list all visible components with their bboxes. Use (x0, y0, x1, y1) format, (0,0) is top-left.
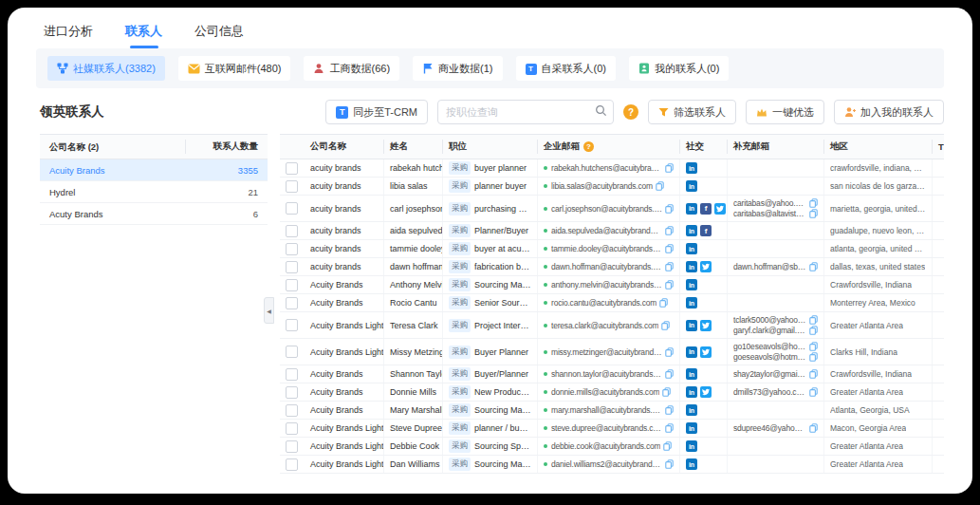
linkedin-icon[interactable]: in (686, 458, 697, 470)
org-chart-icon (57, 63, 68, 74)
row-checkbox[interactable] (286, 346, 298, 358)
copy-icon[interactable] (662, 387, 671, 397)
row-checkbox[interactable] (286, 202, 298, 215)
row-checkbox[interactable] (286, 458, 298, 471)
company-row[interactable]: Acuty Brands6 (40, 203, 268, 225)
twitter-icon[interactable] (700, 346, 712, 358)
copy-icon[interactable] (809, 342, 818, 351)
linkedin-icon[interactable]: in (686, 440, 697, 452)
row-checkbox[interactable] (286, 261, 298, 273)
company-row[interactable]: Hydrel21 (40, 181, 268, 203)
row-checkbox[interactable] (286, 243, 298, 255)
linkedin-icon[interactable]: in (686, 243, 697, 254)
copy-icon[interactable] (809, 352, 818, 362)
row-checkbox[interactable] (286, 162, 298, 175)
copy-icon[interactable] (665, 347, 674, 357)
row-checkbox[interactable] (286, 319, 298, 331)
copy-icon[interactable] (665, 226, 674, 235)
tab-contacts[interactable]: 联系人 (125, 23, 162, 48)
linkedin-icon[interactable]: in (686, 422, 697, 434)
copy-icon[interactable] (665, 369, 674, 379)
facebook-icon[interactable]: f (700, 203, 712, 215)
checkbox-cell (280, 240, 305, 257)
copy-icon[interactable] (809, 198, 818, 208)
row-checkbox[interactable] (286, 368, 298, 381)
copy-icon[interactable] (665, 204, 674, 214)
copy-icon[interactable] (665, 405, 674, 415)
company-cell: acuity brands (305, 159, 384, 177)
email-help-icon[interactable]: ? (583, 141, 594, 152)
search-input[interactable] (437, 100, 614, 124)
copy-icon[interactable] (809, 315, 818, 325)
verified-dot-icon (544, 184, 547, 188)
filter-chip-my-contacts[interactable]: 我的联系人(0) (629, 56, 729, 81)
copy-icon[interactable] (659, 298, 668, 308)
linkedin-icon[interactable]: in (686, 297, 697, 309)
linkedin-icon[interactable]: in (686, 404, 697, 416)
copy-icon[interactable] (665, 280, 674, 290)
filter-contacts-button[interactable]: 筛选联系人 (648, 100, 736, 124)
add-to-my-contacts-button[interactable]: 加入我的联系人 (834, 100, 944, 124)
tab-company-info[interactable]: 公司信息 (194, 23, 244, 48)
copy-icon[interactable] (809, 387, 818, 397)
row-checkbox[interactable] (286, 422, 298, 435)
filter-chip-commercial-data[interactable]: 商业数据(1) (413, 56, 502, 81)
copy-icon[interactable] (665, 244, 674, 253)
checkbox-cell (280, 365, 305, 383)
copy-icon[interactable] (809, 369, 818, 379)
linkedin-icon[interactable]: in (686, 261, 697, 272)
name-cell: Dan Williams (384, 456, 443, 473)
twitter-icon[interactable] (700, 386, 712, 398)
help-icon[interactable]: ? (623, 104, 638, 120)
linkedin-icon[interactable]: in (686, 180, 697, 192)
row-checkbox[interactable] (286, 225, 298, 237)
linkedin-icon[interactable]: in (686, 320, 697, 331)
company-row[interactable]: Acuity Brands3355 (40, 159, 268, 181)
copy-icon[interactable] (665, 423, 674, 433)
checkbox-cell (280, 420, 305, 437)
copy-icon[interactable] (661, 321, 670, 330)
row-checkbox[interactable] (286, 279, 298, 291)
filter-chip-social-contacts[interactable]: 社媒联系人(3382) (47, 56, 165, 81)
facebook-icon[interactable]: f (700, 225, 712, 236)
filter-chip-business-registry[interactable]: 工商数据(66) (304, 56, 399, 81)
sync-tcrm-button[interactable]: T 同步至T-CRM (325, 100, 428, 124)
row-checkbox[interactable] (286, 404, 298, 417)
twitter-icon[interactable] (700, 320, 712, 331)
linkedin-icon[interactable]: in (686, 279, 697, 290)
copy-icon[interactable] (665, 459, 674, 469)
row-checkbox[interactable] (286, 440, 298, 453)
row-checkbox[interactable] (286, 297, 298, 309)
truncated-cell (933, 258, 944, 275)
twitter-icon[interactable] (700, 261, 712, 272)
linkedin-icon[interactable]: in (686, 386, 697, 398)
linkedin-icon[interactable]: in (686, 346, 697, 358)
verified-dot-icon (544, 390, 547, 394)
search-icon[interactable] (595, 104, 607, 117)
copy-icon[interactable] (663, 441, 672, 451)
extra-email-item: goeseavols@hotmail.com (733, 352, 818, 362)
copy-icon[interactable] (665, 262, 674, 271)
filter-chip-self-collected[interactable]: T自采联系人(0) (516, 56, 616, 81)
linkedin-icon[interactable]: in (686, 225, 697, 236)
copy-icon[interactable] (809, 209, 818, 218)
filter-chip-internet-mail[interactable]: 互联网邮件(480) (178, 56, 291, 81)
collapse-panel-button[interactable]: ◀ (264, 297, 274, 324)
truncated-cell (933, 222, 944, 239)
name-cell: libia salas (384, 178, 443, 195)
tab-import-analysis[interactable]: 进口分析 (44, 23, 93, 48)
one-click-optimize-button[interactable]: 一键优选 (746, 100, 824, 124)
linkedin-icon[interactable]: in (686, 368, 697, 380)
linkedin-icon[interactable]: in (686, 203, 697, 215)
copy-icon[interactable] (809, 326, 818, 335)
extra-email-list: caritabas@yahoo.comcaritabas@altavista.c… (733, 196, 818, 220)
copy-icon[interactable] (809, 423, 818, 433)
copy-icon[interactable] (656, 181, 664, 191)
copy-icon[interactable] (665, 163, 674, 173)
linkedin-icon[interactable]: in (686, 162, 697, 174)
verified-dot-icon (544, 265, 547, 269)
row-checkbox[interactable] (286, 386, 298, 399)
copy-icon[interactable] (809, 262, 818, 271)
row-checkbox[interactable] (286, 180, 298, 193)
twitter-icon[interactable] (714, 203, 726, 215)
